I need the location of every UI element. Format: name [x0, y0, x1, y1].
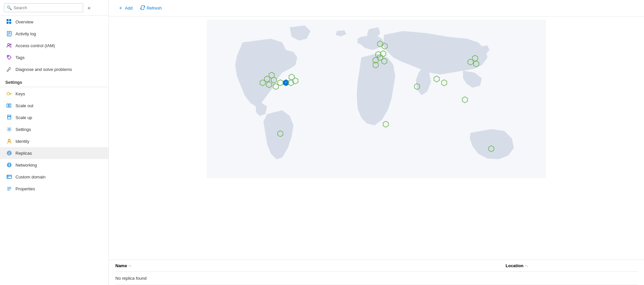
sort-location-icon[interactable]: ↑↓: [525, 264, 528, 268]
domain-icon: [6, 174, 12, 180]
svg-rect-16: [9, 104, 11, 107]
properties-icon: [6, 186, 12, 192]
nav-activity-log-label: Activity log: [15, 31, 36, 36]
nav-scale-out-label: Scale out: [15, 103, 33, 108]
search-wrapper: 🔍: [4, 3, 83, 12]
nav-replicas-label: Replicas: [15, 151, 32, 156]
grid-icon: [6, 19, 12, 25]
nav-diagnose[interactable]: Diagnose and solve problems: [0, 63, 108, 75]
nav-settings-label: Settings: [15, 127, 31, 132]
search-icon: 🔍: [7, 5, 12, 10]
map-container: ✓: [109, 16, 644, 260]
plus-icon: ＋: [118, 5, 123, 12]
nav-properties-label: Properties: [15, 186, 35, 191]
svg-rect-0: [7, 19, 9, 21]
nav-networking-label: Networking: [15, 163, 37, 168]
nav-replicas[interactable]: Replicas: [0, 147, 108, 159]
svg-point-9: [10, 44, 11, 45]
nav-scale-up-label: Scale up: [15, 115, 32, 120]
nav-overview[interactable]: Overview: [0, 16, 108, 28]
empty-message: No replica found: [115, 276, 147, 281]
people-icon: [6, 43, 12, 48]
add-button[interactable]: ＋ Add: [115, 3, 135, 13]
nav-diagnose-label: Diagnose and solve problems: [15, 67, 72, 72]
refresh-label: Refresh: [147, 6, 162, 11]
nav-access-control[interactable]: Access control (IAM): [0, 40, 108, 51]
nav-keys-label: Keys: [15, 91, 25, 96]
settings-section-label: Settings: [0, 75, 108, 87]
gear-icon: [6, 126, 12, 132]
col-name-label: Name: [115, 263, 127, 268]
scale-out-icon: [6, 103, 12, 109]
nav-identity[interactable]: Identity: [0, 135, 108, 147]
svg-rect-15: [7, 104, 9, 107]
world-map: ✓: [115, 20, 637, 178]
svg-rect-3: [9, 22, 11, 24]
sidebar-search-area: 🔍 «: [0, 0, 108, 16]
network-icon: [6, 162, 12, 168]
table-header: Name ↑↓ Location ↑↓: [115, 260, 637, 272]
scale-up-icon: [6, 114, 12, 120]
add-label: Add: [125, 6, 132, 11]
nav-identity-label: Identity: [15, 139, 29, 144]
empty-row: No replica found: [115, 272, 637, 285]
svg-rect-18: [8, 117, 11, 119]
collapse-button[interactable]: «: [86, 4, 93, 12]
replicas-table: Name ↑↓ Location ↑↓ No replica found: [109, 260, 644, 285]
svg-point-10: [8, 56, 9, 57]
nav-overview-label: Overview: [15, 19, 33, 24]
svg-rect-19: [8, 115, 11, 116]
nav-settings[interactable]: Settings: [0, 123, 108, 135]
key-icon: [6, 91, 12, 97]
svg-point-11: [7, 92, 10, 95]
svg-rect-31: [7, 175, 12, 178]
doc-icon: [6, 31, 12, 37]
nav-keys[interactable]: Keys: [0, 88, 108, 100]
nav-activity-log[interactable]: Activity log: [0, 28, 108, 40]
main-content: ＋ Add Refresh: [109, 0, 644, 285]
svg-rect-1: [9, 19, 11, 21]
nav-access-control-label: Access control (IAM): [15, 43, 55, 48]
sidebar: 🔍 « Overview Activity log Access control…: [0, 0, 109, 285]
svg-point-8: [8, 44, 10, 46]
svg-point-25: [8, 152, 10, 154]
svg-rect-2: [7, 22, 9, 24]
search-input[interactable]: [4, 3, 83, 12]
tag-icon: [6, 54, 12, 60]
nav-networking[interactable]: Networking: [0, 159, 108, 171]
replicas-icon: [6, 150, 12, 156]
sort-name-icon[interactable]: ↑↓: [128, 264, 132, 268]
nav-scale-out[interactable]: Scale out: [0, 100, 108, 111]
svg-point-22: [8, 140, 10, 142]
nav-tags[interactable]: Tags: [0, 51, 108, 63]
nav-properties[interactable]: Properties: [0, 183, 108, 195]
wrench-icon: [6, 66, 12, 72]
refresh-button[interactable]: Refresh: [138, 4, 164, 12]
nav-custom-domain[interactable]: Custom domain: [0, 171, 108, 183]
col-location-label: Location: [506, 263, 523, 268]
nav-custom-domain-label: Custom domain: [15, 174, 45, 179]
svg-point-21: [9, 129, 10, 130]
svg-text:✓: ✓: [285, 81, 287, 84]
toolbar: ＋ Add Refresh: [109, 0, 644, 16]
nav-scale-up[interactable]: Scale up: [0, 111, 108, 123]
col-name-header: Name ↑↓: [115, 263, 506, 268]
nav-tags-label: Tags: [15, 55, 24, 60]
col-location-header: Location ↑↓: [506, 263, 637, 268]
identity-icon: [6, 138, 12, 144]
refresh-icon: [140, 5, 145, 11]
